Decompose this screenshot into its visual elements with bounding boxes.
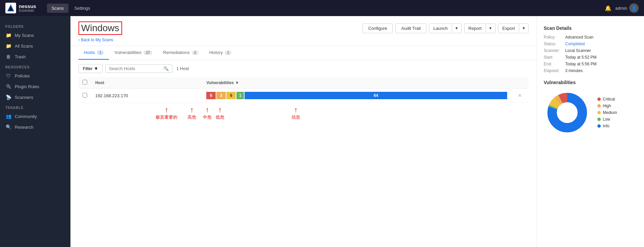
vuln-col-header[interactable]: Vulnerabilities ▼ <box>206 80 507 85</box>
launch-arrow-button[interactable]: ▼ <box>452 24 461 32</box>
export-main-button[interactable]: Export <box>498 24 519 33</box>
topnav: nessus Essentials Scans Settings 🔔 admin… <box>0 0 644 16</box>
report-main-button[interactable]: Report <box>465 24 486 33</box>
annotation-high: ↑ 高危 <box>187 106 196 120</box>
sidebar-item-plugin-rules[interactable]: 🔌 Plugin Rules <box>0 81 70 92</box>
page-header-top: Windows Configure Audit Trail Launch ▼ R… <box>78 21 529 35</box>
legend-label-medium: Medium <box>603 110 617 115</box>
tab-history[interactable]: History 1 <box>204 46 237 60</box>
seg-info: 64 <box>245 92 507 99</box>
row-close-cell: ✕ <box>511 88 529 103</box>
legend-dot-high <box>597 104 601 108</box>
detail-status-value: Completed <box>565 42 637 46</box>
research-icon: 🔍 <box>5 124 11 130</box>
detail-elapsed-value: 3 minutes <box>565 68 637 73</box>
sidebar-item-scanners[interactable]: 📡 Scanners <box>0 92 70 103</box>
th-action <box>511 77 529 88</box>
detail-start-value: Today at 5:52 PM <box>565 55 637 60</box>
sidebar-item-policies[interactable]: 🛡 Policies <box>0 70 70 81</box>
sidebar-label-trash: Trash <box>15 54 26 59</box>
audit-trail-button[interactable]: Audit Trail <box>395 23 426 33</box>
host-ip: 192.168.223.170 <box>95 93 128 98</box>
detail-scanner-label: Scanner: <box>544 48 560 53</box>
sidebar-item-trash[interactable]: 🗑 Trash <box>0 51 70 62</box>
sidebar-item-my-scans[interactable]: 📁 My Scans <box>0 30 70 41</box>
avatar: 👤 <box>629 3 639 13</box>
annotation-label-info: 信息 <box>291 114 300 120</box>
sidebar-item-research[interactable]: 🔍 Research <box>0 122 70 132</box>
bell-icon[interactable]: 🔔 <box>605 5 611 11</box>
app-name-block: nessus Essentials <box>19 4 36 12</box>
low-count: 1 <box>239 93 241 98</box>
sidebar-label-my-scans: My Scans <box>15 33 34 38</box>
row-checkbox[interactable] <box>83 93 87 98</box>
host-cell: 192.168.223.170 <box>91 88 202 103</box>
detail-start-label: Start: <box>544 55 560 60</box>
report-arrow-button[interactable]: ▼ <box>486 24 495 32</box>
sidebar-label-all-scans: All Scans <box>15 44 33 49</box>
nav-scans[interactable]: Scans <box>47 4 68 13</box>
detail-status-label: Status: <box>544 42 560 46</box>
sidebar: FOLDERS 📁 My Scans 📁 All Scans 🗑 Trash R… <box>0 16 70 247</box>
sidebar-tenable-title: TENABLE <box>0 103 70 111</box>
sidebar-item-community[interactable]: 👥 Community <box>0 111 70 122</box>
nav-settings[interactable]: Settings <box>70 4 95 13</box>
search-box: 🔍 <box>105 64 172 73</box>
seg-low: 1 <box>236 92 244 99</box>
annotation-label-critical: 极其重要的 <box>156 114 177 120</box>
vuln-chart-title: Vulnerabilities <box>544 80 637 85</box>
table-container: Host Vulnerabilities ▼ <box>70 77 537 103</box>
vuln-bar: 6 3 6 1 <box>206 92 507 99</box>
th-vulnerabilities[interactable]: Vulnerabilities ▼ <box>202 77 511 88</box>
trash-icon: 🗑 <box>5 54 11 59</box>
donut-chart <box>544 89 591 136</box>
seg-medium: 6 <box>226 92 236 99</box>
medium-count: 6 <box>230 93 232 98</box>
annotation-label-low: 低危 <box>216 114 224 120</box>
launch-main-button[interactable]: Launch <box>429 24 452 33</box>
logo-icon <box>5 3 16 13</box>
select-all-checkbox[interactable] <box>83 80 87 84</box>
sidebar-label-research: Research <box>15 125 34 130</box>
breadcrumb[interactable]: ‹ Back to My Scans <box>78 38 529 46</box>
app-logo: nessus Essentials <box>5 3 36 13</box>
configure-button[interactable]: Configure <box>363 23 393 33</box>
svg-point-7 <box>557 103 577 123</box>
main-layout: Windows Configure Audit Trail Launch ▼ R… <box>70 16 644 247</box>
tab-vulnerabilities[interactable]: Vulnerabilities 37 <box>109 46 158 60</box>
legend-label-high: High <box>603 104 611 108</box>
search-input[interactable] <box>109 66 161 71</box>
annotation-info: ↑ 信息 <box>291 106 300 120</box>
annotations-area: ↑ 极其重要的 ↑ 高危 ↑ 中危 ↑ 低危 <box>70 106 537 120</box>
sidebar-label-community: Community <box>15 114 37 119</box>
seg-critical: 6 <box>206 92 216 99</box>
scan-details-grid: Policy: Advanced Scan Status: Completed … <box>544 35 637 73</box>
critical-count: 6 <box>210 93 212 98</box>
filter-chevron-icon: ▼ <box>94 66 98 71</box>
up-arrow-high: ↑ <box>190 106 194 114</box>
page-header: Windows Configure Audit Trail Launch ▼ R… <box>70 16 537 46</box>
tab-hosts[interactable]: Hosts 1 <box>78 46 109 60</box>
detail-scanner-value: Local Scanner <box>565 48 637 53</box>
host-count: 1 Host <box>176 66 189 71</box>
legend-dot-critical <box>597 98 601 101</box>
export-arrow-button[interactable]: ▼ <box>519 24 528 32</box>
sidebar-folders-title: FOLDERS <box>0 21 70 30</box>
scan-details-title: Scan Details <box>544 25 637 31</box>
community-icon: 👥 <box>5 114 11 119</box>
row-close-button[interactable]: ✕ <box>515 91 525 100</box>
sidebar-item-all-scans[interactable]: 📁 All Scans <box>0 41 70 51</box>
sort-icon: ▼ <box>235 80 239 85</box>
vuln-bar-cell: 6 3 6 1 <box>202 88 511 103</box>
table-header-row: Host Vulnerabilities ▼ <box>78 77 529 88</box>
legend-dot-info <box>597 124 601 128</box>
folder-icon-2: 📁 <box>5 43 11 49</box>
up-arrow-critical: ↑ <box>165 106 168 114</box>
th-host: Host <box>91 77 202 88</box>
legend-high: High <box>597 104 617 108</box>
tab-remediations[interactable]: Remediations 2 <box>158 46 204 60</box>
search-icon: 🔍 <box>163 66 169 71</box>
detail-end-value: Today at 5:56 PM <box>565 62 637 66</box>
user-menu[interactable]: admin 👤 <box>615 3 639 13</box>
filter-button[interactable]: Filter ▼ <box>78 64 103 73</box>
